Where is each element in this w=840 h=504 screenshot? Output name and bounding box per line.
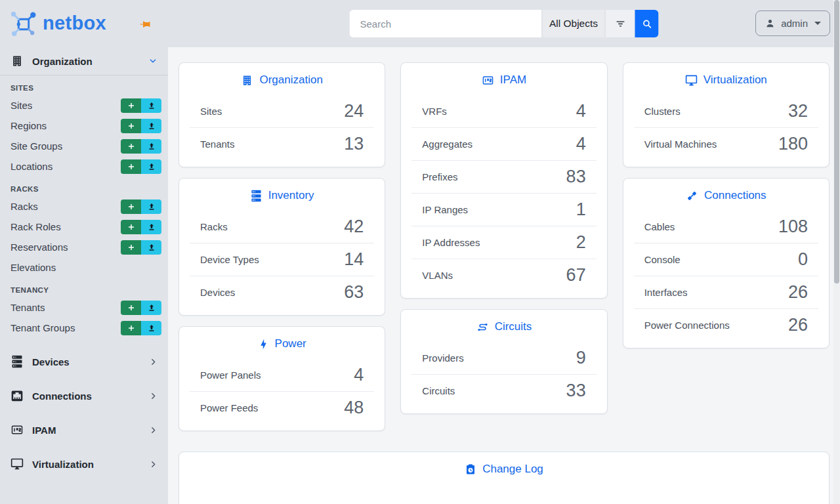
- sidebar-item-tenant-groups[interactable]: Tenant Groups: [0, 318, 168, 338]
- sidebar-menu-label: Virtualization: [32, 459, 140, 470]
- stat-link[interactable]: Providers: [422, 352, 463, 364]
- sidebar-menu-ipam[interactable]: IPAM: [0, 413, 168, 447]
- add-button[interactable]: [121, 301, 141, 315]
- plus-icon: [127, 142, 135, 150]
- server-icon: [10, 355, 24, 368]
- sidebar-item-tenants[interactable]: Tenants: [0, 297, 168, 318]
- add-button[interactable]: [121, 159, 141, 174]
- card-power: Power Power Panels 4 Power Feeds 48: [178, 326, 385, 431]
- sidebar-item-elevations[interactable]: Elevations: [0, 257, 168, 278]
- upload-icon: [148, 223, 156, 231]
- sidebar-item-label: Tenant Groups: [10, 322, 75, 333]
- import-button[interactable]: [141, 200, 161, 214]
- sidebar-item-label: Site Groups: [10, 140, 62, 152]
- stat-link[interactable]: VRFs: [422, 106, 447, 117]
- stat-value: 4: [576, 101, 586, 121]
- sidebar-item-site-groups[interactable]: Site Groups: [0, 136, 168, 156]
- stat-link[interactable]: Power Connections: [644, 320, 730, 331]
- stat-link[interactable]: Sites: [200, 106, 222, 117]
- import-button[interactable]: [141, 98, 161, 113]
- sidebar-menu-organization[interactable]: Organization: [0, 47, 168, 75]
- card-title-label: Organization: [259, 74, 322, 87]
- import-button[interactable]: [141, 139, 161, 154]
- card-power-title[interactable]: Power: [179, 327, 385, 355]
- object-type-select[interactable]: All Objects: [542, 10, 605, 37]
- sidebar-menu-connections[interactable]: Connections: [0, 379, 168, 413]
- pin-icon: [139, 18, 151, 30]
- stat-link[interactable]: Racks: [200, 221, 228, 232]
- netbox-logo-icon: [9, 10, 38, 39]
- stat-link[interactable]: IP Ranges: [422, 204, 468, 215]
- scrollbar[interactable]: [833, 0, 840, 504]
- stat-row: Cables 108: [634, 210, 818, 243]
- card-circuits-title[interactable]: Circuits: [401, 310, 606, 338]
- sidebar-item-regions[interactable]: Regions: [0, 116, 168, 136]
- sidebar-menu-virtualization[interactable]: Virtualization: [0, 447, 168, 481]
- import-button[interactable]: [141, 119, 161, 133]
- search-input[interactable]: [350, 10, 542, 37]
- stat-link[interactable]: Tenants: [200, 138, 235, 150]
- stat-link[interactable]: Devices: [200, 287, 235, 298]
- sidebar-menu-label: Connections: [32, 390, 140, 402]
- stat-link[interactable]: Circuits: [422, 385, 455, 396]
- pin-sidebar-button[interactable]: [139, 18, 151, 30]
- stat-link[interactable]: Aggregates: [422, 138, 472, 150]
- stat-link[interactable]: Power Feeds: [200, 402, 258, 413]
- import-button[interactable]: [141, 301, 161, 315]
- add-button[interactable]: [121, 98, 141, 113]
- add-button[interactable]: [121, 240, 141, 255]
- chevron-right-icon: [149, 460, 158, 469]
- sidebar-menu-devices[interactable]: Devices: [0, 345, 168, 379]
- add-button[interactable]: [121, 220, 141, 234]
- stat-row: Providers 9: [411, 341, 596, 374]
- card-title-label: IPAM: [500, 74, 526, 87]
- sidebar-item-locations[interactable]: Locations: [0, 156, 168, 177]
- server-icon: [250, 190, 262, 202]
- scrollbar-thumb[interactable]: [834, 0, 839, 284]
- import-button[interactable]: [141, 159, 161, 174]
- card-changelog: Change Log: [178, 452, 830, 504]
- user-menu-button[interactable]: admin: [755, 10, 830, 36]
- stat-row: Circuits 33: [411, 374, 596, 407]
- netbox-logo[interactable]: netbox: [9, 10, 106, 39]
- stat-link[interactable]: Interfaces: [644, 287, 688, 298]
- upload-icon: [148, 122, 156, 130]
- stat-link[interactable]: Prefixes: [422, 171, 457, 182]
- sidebar-item-rack-roles[interactable]: Rack Roles: [0, 217, 168, 237]
- add-button[interactable]: [121, 200, 141, 214]
- card-ipam-title[interactable]: IPAM: [401, 63, 606, 91]
- card-connections-title[interactable]: Connections: [623, 178, 829, 207]
- stat-link[interactable]: Device Types: [200, 254, 259, 265]
- sidebar-item-reservations[interactable]: Reservations: [0, 237, 168, 257]
- sidebar-item-sites[interactable]: Sites: [0, 95, 168, 116]
- monitor-icon: [10, 457, 24, 471]
- stat-link[interactable]: Cables: [644, 221, 675, 232]
- chevron-right-icon: [149, 358, 158, 366]
- search-icon: [641, 18, 652, 30]
- filter-icon: [614, 18, 626, 30]
- card-organization-title[interactable]: Organization: [179, 63, 385, 91]
- stat-value: 24: [344, 101, 364, 121]
- stat-link[interactable]: Console: [644, 254, 681, 265]
- filter-button[interactable]: [605, 10, 635, 37]
- card-changelog-title[interactable]: Change Log: [179, 452, 829, 480]
- sidebar-item-racks[interactable]: Racks: [0, 196, 168, 217]
- add-button[interactable]: [121, 119, 141, 133]
- add-button[interactable]: [121, 321, 141, 335]
- import-button[interactable]: [141, 321, 161, 335]
- stat-link[interactable]: Virtual Machines: [644, 138, 717, 150]
- stat-link[interactable]: IP Addresses: [422, 237, 480, 248]
- stat-link[interactable]: Clusters: [644, 106, 681, 117]
- import-button[interactable]: [141, 240, 161, 255]
- plus-icon: [127, 324, 135, 332]
- user-menu-label: admin: [781, 18, 808, 29]
- dashboard-content: Organization Sites 24 Tenants 13: [168, 47, 840, 504]
- import-button[interactable]: [141, 220, 161, 234]
- search-submit-button[interactable]: [635, 10, 659, 37]
- logo-row: netbox: [0, 0, 168, 47]
- stat-link[interactable]: VLANs: [422, 270, 453, 281]
- card-virtualization-title[interactable]: Virtualization: [623, 63, 829, 91]
- stat-link[interactable]: Power Panels: [200, 369, 261, 381]
- card-inventory-title[interactable]: Inventory: [179, 178, 385, 207]
- add-button[interactable]: [121, 139, 141, 154]
